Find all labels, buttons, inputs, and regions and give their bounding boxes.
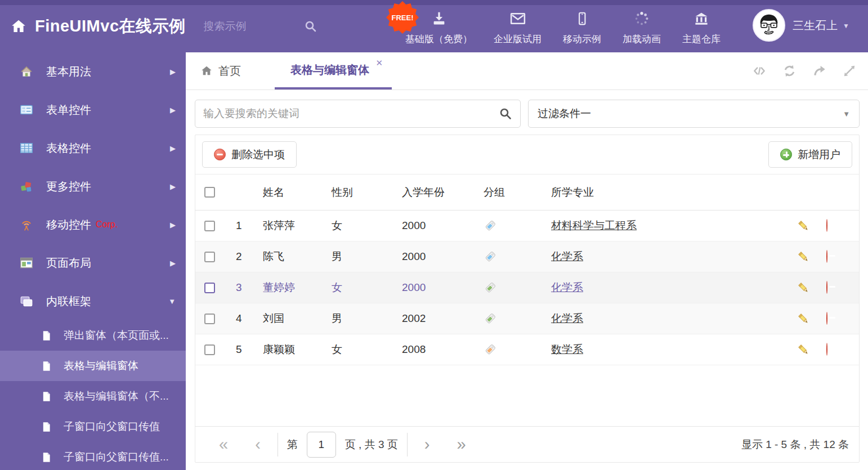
tab-home[interactable]: 首页	[186, 52, 256, 89]
search-icon[interactable]	[304, 20, 317, 33]
pagination-bar: « ‹ 第 页 , 共 3 页 › » 显示 1 - 5 条 , 共 12 条	[195, 426, 859, 462]
prev-page-button[interactable]: ‹	[241, 436, 274, 453]
chevron-right-icon: ▶	[170, 182, 176, 191]
delete-icon[interactable]	[826, 343, 859, 356]
major-link[interactable]: 数学系	[551, 343, 583, 355]
header-nav-item-enterprise[interactable]: 企业版试用	[494, 8, 542, 46]
major-link[interactable]: 化学系	[551, 312, 583, 324]
header-nav-item-mobile[interactable]: 移动示例	[563, 8, 601, 46]
delete-selected-button[interactable]: 删除选中项	[202, 141, 297, 168]
sidebar-subitem-child-to-parent-2[interactable]: 子窗口向父窗口传值...	[0, 442, 186, 470]
minus-circle-icon	[826, 250, 827, 263]
edit-icon[interactable]	[797, 220, 826, 232]
sidebar-subitem-popup-window[interactable]: 弹出窗体（本页面或...	[0, 320, 186, 351]
sidebar-item-iframe[interactable]: 内联框架 ▼	[0, 282, 186, 320]
chevron-down-icon: ▼	[168, 297, 176, 306]
major-link[interactable]: 化学系	[551, 250, 583, 262]
expand-icon[interactable]	[842, 64, 857, 78]
tag-icon	[484, 219, 551, 232]
home-icon[interactable]	[10, 18, 27, 35]
header-nav-label: 基础版（免费）	[405, 33, 472, 46]
edit-icon[interactable]	[797, 250, 826, 263]
header-nav-item-basic[interactable]: 基础版（免费）	[405, 8, 472, 46]
sidebar-item-label: 移动控件	[46, 217, 91, 232]
sidebar-item-form-controls[interactable]: 表单控件 ▶	[0, 91, 186, 129]
sidebar-subitem-grid-edit-window-no[interactable]: 表格与编辑窗体（不...	[0, 381, 186, 411]
sidebar-subitem-label: 弹出窗体（本页面或...	[64, 328, 169, 343]
chevron-right-icon: ▶	[170, 106, 176, 114]
column-header-gender: 性别	[332, 185, 402, 200]
delete-icon[interactable]	[826, 250, 859, 263]
tag-icon	[484, 343, 551, 356]
delete-icon[interactable]	[826, 281, 859, 294]
spinner-icon	[633, 8, 650, 29]
row-checkbox[interactable]	[204, 252, 215, 262]
header-nav: 基础版（免费） 企业版试用 移动示例 加载动画 主题仓库	[405, 8, 742, 46]
row-checkbox[interactable]	[204, 221, 215, 231]
major-link[interactable]: 材料科学与工程系	[551, 220, 637, 231]
edit-icon[interactable]	[797, 343, 826, 356]
sidebar-subitem-child-to-parent[interactable]: 子窗口向父窗口传值	[0, 411, 186, 442]
minus-circle-icon	[826, 281, 827, 294]
column-header-major: 所学专业	[551, 185, 797, 200]
delete-icon[interactable]	[826, 312, 859, 325]
header-search-input[interactable]	[204, 20, 299, 33]
row-checkbox[interactable]	[204, 314, 215, 324]
header-nav-label: 加载动画	[623, 33, 661, 46]
sidebar-item-label: 内联框架	[46, 294, 91, 309]
table-row[interactable]: 4刘国男2002化学系	[195, 303, 859, 334]
frames-icon	[19, 294, 34, 308]
row-checkbox[interactable]	[204, 283, 215, 293]
sidebar-subitem-grid-edit-window[interactable]: 表格与编辑窗体	[0, 351, 186, 381]
header-nav-item-loading[interactable]: 加载动画	[623, 8, 661, 46]
sidebar-item-label: 表单控件	[46, 102, 91, 118]
header-nav-item-themes[interactable]: 主题仓库	[682, 8, 721, 46]
sidebar-item-more-controls[interactable]: 更多控件 ▶	[0, 167, 186, 205]
cell-year: 2002	[402, 312, 484, 325]
grid-panel: 删除选中项 新增用户 姓名 性别 入学年份 分组 所学专业 1张萍萍女2000材…	[195, 135, 860, 463]
sidebar-item-basic-usage[interactable]: 基本用法 ▶	[0, 52, 186, 91]
plus-circle-icon	[780, 149, 792, 160]
close-icon[interactable]: ✕	[375, 58, 383, 68]
cell-name: 陈飞	[263, 249, 332, 264]
select-all-checkbox[interactable]	[204, 187, 215, 198]
share-icon[interactable]	[812, 64, 827, 78]
filter-dropdown[interactable]: 过滤条件一 ▼	[528, 100, 860, 128]
code-icon[interactable]	[751, 64, 767, 78]
table-row[interactable]: 3董婷婷女2000化学系	[195, 272, 859, 303]
sidebar-item-mobile-controls[interactable]: 移动控件 Corp. ▶	[0, 205, 186, 244]
next-page-button[interactable]: ›	[411, 436, 444, 453]
record-summary: 显示 1 - 5 条 , 共 12 条	[741, 437, 849, 452]
delete-icon[interactable]	[826, 220, 859, 232]
row-index: 2	[236, 250, 263, 263]
main-area: 首页 表格与编辑窗体 ✕	[186, 52, 868, 470]
sidebar-item-page-layout[interactable]: 页面布局 ▶	[0, 244, 186, 282]
first-page-button[interactable]: «	[205, 436, 241, 453]
sidebar-subitem-label: 子窗口向父窗口传值	[64, 419, 160, 434]
edit-icon[interactable]	[797, 281, 826, 294]
antenna-icon	[19, 217, 34, 232]
user-menu[interactable]: 三生石上 ▼	[793, 18, 849, 33]
edit-icon[interactable]	[797, 312, 826, 325]
add-user-button[interactable]: 新增用户	[768, 141, 852, 168]
last-page-button[interactable]: »	[443, 436, 479, 453]
table-row[interactable]: 1张萍萍女2000材料科学与工程系	[195, 211, 859, 241]
user-name: 三生石上	[793, 18, 838, 33]
keyword-search-box	[195, 100, 521, 128]
corp-badge: Corp.	[96, 220, 118, 230]
keyword-search-input[interactable]	[203, 108, 499, 120]
page-content: 过滤条件一 ▼ 删除选中项 新增用户 姓名 性别 入学年份	[186, 90, 868, 463]
house-icon	[19, 64, 34, 79]
magnifier-icon[interactable]	[499, 107, 512, 120]
page-input[interactable]	[307, 432, 336, 458]
sidebar-item-grid-controls[interactable]: 表格控件 ▶	[0, 129, 186, 167]
table-row[interactable]: 5康颖颖女2008数学系	[195, 334, 859, 365]
tab-grid-edit-window[interactable]: 表格与编辑窗体 ✕	[275, 52, 392, 89]
sidebar-item-label: 基本用法	[46, 64, 91, 79]
table-row[interactable]: 2陈飞男2000化学系	[195, 241, 859, 272]
minus-circle-icon	[826, 219, 827, 232]
avatar[interactable]	[753, 9, 785, 42]
refresh-icon[interactable]	[782, 64, 797, 78]
row-checkbox[interactable]	[204, 344, 215, 355]
major-link[interactable]: 化学系	[551, 281, 583, 293]
